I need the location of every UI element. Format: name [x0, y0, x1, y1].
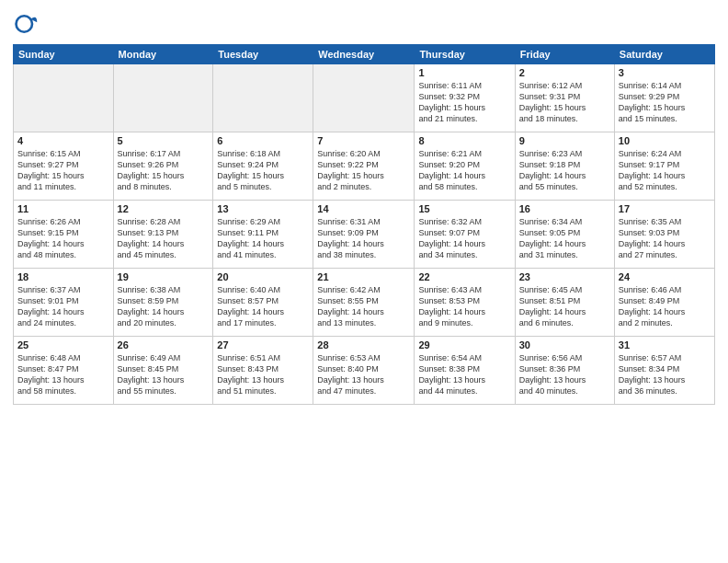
day-number: 27: [217, 339, 309, 350]
day-info: Sunrise: 6:48 AM Sunset: 8:47 PM Dayligh…: [17, 352, 109, 397]
calendar-cell: 13Sunrise: 6:29 AM Sunset: 9:11 PM Dayli…: [213, 201, 313, 269]
calendar-cell: 7Sunrise: 6:20 AM Sunset: 9:22 PM Daylig…: [313, 132, 415, 201]
day-info: Sunrise: 6:11 AM Sunset: 9:32 PM Dayligh…: [418, 80, 510, 125]
calendar-header-thursday: Thursday: [415, 45, 515, 64]
day-info: Sunrise: 6:38 AM Sunset: 8:59 PM Dayligh…: [118, 284, 210, 329]
day-number: 20: [217, 271, 309, 282]
day-number: 22: [418, 271, 510, 282]
day-info: Sunrise: 6:20 AM Sunset: 9:22 PM Dayligh…: [317, 148, 410, 193]
day-number: 1: [418, 67, 510, 78]
calendar-cell: 8Sunrise: 6:21 AM Sunset: 9:20 PM Daylig…: [415, 132, 515, 201]
day-info: Sunrise: 6:23 AM Sunset: 9:18 PM Dayligh…: [519, 148, 610, 193]
day-number: 10: [619, 135, 711, 146]
day-info: Sunrise: 6:29 AM Sunset: 9:11 PM Dayligh…: [217, 216, 309, 261]
day-info: Sunrise: 6:26 AM Sunset: 9:15 PM Dayligh…: [17, 216, 109, 261]
day-info: Sunrise: 6:21 AM Sunset: 9:20 PM Dayligh…: [418, 148, 510, 193]
calendar-cell: 9Sunrise: 6:23 AM Sunset: 9:18 PM Daylig…: [515, 132, 614, 201]
calendar-cell: 18Sunrise: 6:37 AM Sunset: 9:01 PM Dayli…: [14, 269, 114, 337]
calendar-cell: 28Sunrise: 6:53 AM Sunset: 8:40 PM Dayli…: [313, 337, 415, 405]
calendar-cell: 30Sunrise: 6:56 AM Sunset: 8:36 PM Dayli…: [515, 337, 614, 405]
calendar-cell: 15Sunrise: 6:32 AM Sunset: 9:07 PM Dayli…: [415, 201, 515, 269]
day-info: Sunrise: 6:14 AM Sunset: 9:29 PM Dayligh…: [619, 80, 711, 125]
calendar-cell: 23Sunrise: 6:45 AM Sunset: 8:51 PM Dayli…: [515, 269, 614, 337]
calendar-cell: [113, 64, 213, 132]
day-number: 23: [519, 271, 610, 282]
calendar-header-monday: Monday: [113, 45, 213, 64]
day-info: Sunrise: 6:45 AM Sunset: 8:51 PM Dayligh…: [519, 284, 610, 329]
calendar-cell: 16Sunrise: 6:34 AM Sunset: 9:05 PM Dayli…: [515, 201, 614, 269]
calendar-cell: 14Sunrise: 6:31 AM Sunset: 9:09 PM Dayli…: [313, 201, 415, 269]
logo-icon: [13, 11, 39, 37]
calendar-header-saturday: Saturday: [614, 45, 714, 64]
day-info: Sunrise: 6:46 AM Sunset: 8:49 PM Dayligh…: [619, 284, 711, 329]
day-number: 29: [418, 339, 510, 350]
day-number: 4: [17, 135, 109, 146]
day-info: Sunrise: 6:17 AM Sunset: 9:26 PM Dayligh…: [118, 148, 210, 193]
calendar-table: SundayMondayTuesdayWednesdayThursdayFrid…: [13, 44, 715, 405]
day-number: 31: [619, 339, 711, 350]
day-info: Sunrise: 6:35 AM Sunset: 9:03 PM Dayligh…: [619, 216, 711, 261]
calendar-cell: 21Sunrise: 6:42 AM Sunset: 8:55 PM Dayli…: [313, 269, 415, 337]
calendar-cell: 19Sunrise: 6:38 AM Sunset: 8:59 PM Dayli…: [113, 269, 213, 337]
day-number: 9: [519, 135, 610, 146]
calendar-header-wednesday: Wednesday: [313, 45, 415, 64]
day-number: 15: [418, 203, 510, 214]
day-number: 16: [519, 203, 610, 214]
calendar-cell: 22Sunrise: 6:43 AM Sunset: 8:53 PM Dayli…: [415, 269, 515, 337]
day-number: 25: [17, 339, 109, 350]
calendar-cell: [14, 64, 114, 132]
day-number: 5: [118, 135, 210, 146]
day-info: Sunrise: 6:37 AM Sunset: 9:01 PM Dayligh…: [17, 284, 109, 329]
calendar-cell: 24Sunrise: 6:46 AM Sunset: 8:49 PM Dayli…: [614, 269, 714, 337]
calendar-cell: 5Sunrise: 6:17 AM Sunset: 9:26 PM Daylig…: [113, 132, 213, 201]
calendar-cell: 31Sunrise: 6:57 AM Sunset: 8:34 PM Dayli…: [614, 337, 714, 405]
day-info: Sunrise: 6:56 AM Sunset: 8:36 PM Dayligh…: [519, 352, 610, 397]
svg-point-0: [17, 16, 33, 32]
day-number: 28: [317, 339, 410, 350]
calendar-header-friday: Friday: [515, 45, 614, 64]
day-info: Sunrise: 6:15 AM Sunset: 9:27 PM Dayligh…: [17, 148, 109, 193]
day-number: 24: [619, 271, 711, 282]
calendar-cell: 1Sunrise: 6:11 AM Sunset: 9:32 PM Daylig…: [415, 64, 515, 132]
day-info: Sunrise: 6:24 AM Sunset: 9:17 PM Dayligh…: [619, 148, 711, 193]
calendar-cell: 26Sunrise: 6:49 AM Sunset: 8:45 PM Dayli…: [113, 337, 213, 405]
header: [13, 11, 715, 37]
day-info: Sunrise: 6:42 AM Sunset: 8:55 PM Dayligh…: [317, 284, 410, 329]
calendar-cell: 27Sunrise: 6:51 AM Sunset: 8:43 PM Dayli…: [213, 337, 313, 405]
day-info: Sunrise: 6:32 AM Sunset: 9:07 PM Dayligh…: [418, 216, 510, 261]
calendar-cell: 20Sunrise: 6:40 AM Sunset: 8:57 PM Dayli…: [213, 269, 313, 337]
calendar-week-row: 11Sunrise: 6:26 AM Sunset: 9:15 PM Dayli…: [14, 201, 715, 269]
day-number: 11: [17, 203, 109, 214]
calendar-header-tuesday: Tuesday: [213, 45, 313, 64]
day-number: 14: [317, 203, 410, 214]
calendar-week-row: 4Sunrise: 6:15 AM Sunset: 9:27 PM Daylig…: [14, 132, 715, 201]
calendar-header-row: SundayMondayTuesdayWednesdayThursdayFrid…: [14, 45, 715, 64]
calendar-cell: 6Sunrise: 6:18 AM Sunset: 9:24 PM Daylig…: [213, 132, 313, 201]
day-info: Sunrise: 6:49 AM Sunset: 8:45 PM Dayligh…: [118, 352, 210, 397]
calendar-header-sunday: Sunday: [14, 45, 114, 64]
day-number: 2: [519, 67, 610, 78]
day-info: Sunrise: 6:53 AM Sunset: 8:40 PM Dayligh…: [317, 352, 410, 397]
day-number: 13: [217, 203, 309, 214]
calendar-week-row: 1Sunrise: 6:11 AM Sunset: 9:32 PM Daylig…: [14, 64, 715, 132]
day-number: 26: [118, 339, 210, 350]
day-info: Sunrise: 6:51 AM Sunset: 8:43 PM Dayligh…: [217, 352, 309, 397]
day-number: 17: [619, 203, 711, 214]
calendar-cell: 4Sunrise: 6:15 AM Sunset: 9:27 PM Daylig…: [14, 132, 114, 201]
day-info: Sunrise: 6:31 AM Sunset: 9:09 PM Dayligh…: [317, 216, 410, 261]
day-number: 21: [317, 271, 410, 282]
day-info: Sunrise: 6:43 AM Sunset: 8:53 PM Dayligh…: [418, 284, 510, 329]
page: SundayMondayTuesdayWednesdayThursdayFrid…: [0, 0, 728, 563]
day-info: Sunrise: 6:12 AM Sunset: 9:31 PM Dayligh…: [519, 80, 610, 125]
day-info: Sunrise: 6:40 AM Sunset: 8:57 PM Dayligh…: [217, 284, 309, 329]
day-number: 6: [217, 135, 309, 146]
calendar-cell: 25Sunrise: 6:48 AM Sunset: 8:47 PM Dayli…: [14, 337, 114, 405]
day-number: 30: [519, 339, 610, 350]
day-info: Sunrise: 6:34 AM Sunset: 9:05 PM Dayligh…: [519, 216, 610, 261]
day-number: 8: [418, 135, 510, 146]
calendar-cell: 10Sunrise: 6:24 AM Sunset: 9:17 PM Dayli…: [614, 132, 714, 201]
calendar-cell: 3Sunrise: 6:14 AM Sunset: 9:29 PM Daylig…: [614, 64, 714, 132]
day-info: Sunrise: 6:57 AM Sunset: 8:34 PM Dayligh…: [619, 352, 711, 397]
calendar-cell: 11Sunrise: 6:26 AM Sunset: 9:15 PM Dayli…: [14, 201, 114, 269]
day-number: 12: [118, 203, 210, 214]
